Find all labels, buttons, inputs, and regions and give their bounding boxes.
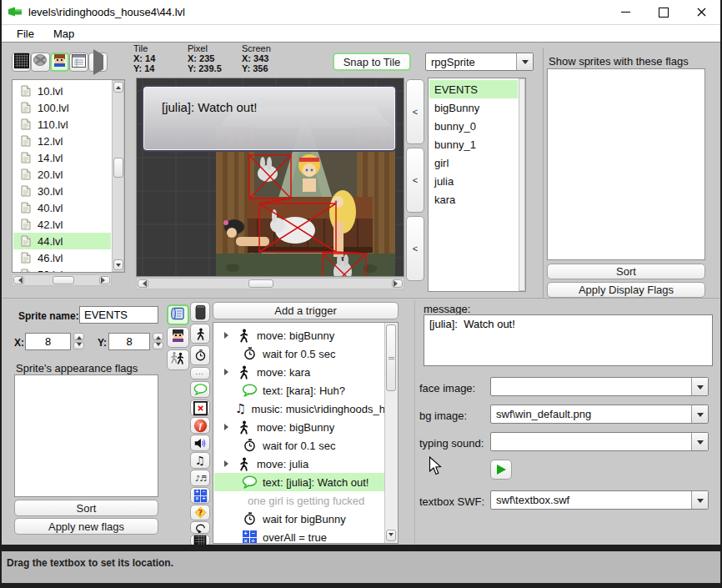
apply-new-flags-button[interactable]: Apply new flags: [14, 518, 158, 535]
move-sprite-left-button-1[interactable]: <: [406, 79, 424, 144]
sprite-list-item[interactable]: bunny_0: [429, 117, 518, 135]
expander-icon[interactable]: [224, 460, 232, 467]
dropdown-arrow-button[interactable]: [516, 53, 533, 70]
clock-button[interactable]: [190, 345, 210, 365]
level-list-item[interactable]: 40.lvl: [13, 199, 111, 216]
dropdown-arrow-button[interactable]: [691, 491, 708, 509]
scroll-thumb[interactable]: [113, 158, 123, 178]
level-list-item[interactable]: 100.lvl: [13, 99, 111, 116]
dropdown-arrow-button[interactable]: [691, 405, 708, 423]
y-increment-button[interactable]: [153, 333, 163, 340]
sprite-list-item[interactable]: kara: [429, 190, 518, 209]
math-button[interactable]: +−×÷: [190, 487, 210, 504]
level-list-item[interactable]: 14.lvl: [13, 149, 111, 166]
dialogue-textbox[interactable]: [julia]: Watch out!: [142, 85, 397, 152]
sprite-type-dropdown[interactable]: rpgSprite: [425, 53, 534, 71]
maximize-button[interactable]: [644, 0, 682, 24]
dropdown-arrow-button[interactable]: [691, 378, 708, 395]
question-button[interactable]: ?: [190, 505, 210, 520]
trigger-row[interactable]: move: kara: [214, 363, 385, 381]
trigger-row[interactable]: one girl is getting fucked: [214, 491, 385, 510]
grid-tool-button[interactable]: [12, 53, 31, 72]
expander-icon[interactable]: [224, 332, 232, 339]
sprite-list-item[interactable]: bunny_1: [429, 135, 518, 153]
trigger-row[interactable]: wait for bigBunny: [214, 510, 385, 528]
walk-button[interactable]: [190, 324, 210, 344]
speaker-button[interactable]: [190, 435, 210, 451]
textbox-swf-dropdown[interactable]: swf\textbox.swf: [490, 490, 709, 510]
door-button[interactable]: [190, 302, 210, 322]
trigger-row[interactable]: +−×÷overAll = true: [214, 528, 385, 544]
play-tool-button[interactable]: [88, 53, 108, 72]
y-coordinate-input[interactable]: [108, 333, 150, 350]
stamp-tool-button[interactable]: [31, 53, 50, 72]
menu-map[interactable]: Map: [48, 27, 79, 41]
move-sprite-left-button-3[interactable]: <: [406, 216, 424, 281]
x-increment-button[interactable]: [73, 333, 84, 340]
typing-sound-dropdown[interactable]: [490, 432, 709, 451]
trigger-list-vscrollbar[interactable]: [384, 323, 398, 543]
scroll-down-button[interactable]: [113, 259, 123, 270]
trigger-row[interactable]: text: [julia]: Watch out!: [214, 473, 385, 491]
appearance-flags-sort-button[interactable]: Sort: [14, 500, 158, 516]
apply-display-flags-button[interactable]: Apply Display Flags: [547, 282, 705, 298]
level-list-item[interactable]: 46.lvl: [13, 249, 111, 266]
trigger-row[interactable]: wait for 0.5 sec: [214, 344, 385, 363]
sprite-list-item[interactable]: julia: [429, 172, 518, 190]
trigger-row[interactable]: wait for 0.1 sec: [214, 436, 385, 455]
display-flags-list[interactable]: [547, 68, 705, 260]
message-textarea[interactable]: [julia]: Watch out!: [424, 314, 713, 366]
scroll-up-button[interactable]: [113, 82, 123, 93]
level-list-vscrollbar[interactable]: [112, 80, 124, 272]
expander-icon[interactable]: [224, 369, 232, 375]
face-image-dropdown[interactable]: [490, 377, 709, 396]
play-sound-button[interactable]: [490, 460, 512, 480]
menu-file[interactable]: File: [12, 27, 39, 41]
level-list-item[interactable]: 50.lvl: [13, 266, 111, 272]
level-list-item[interactable]: 42.lvl: [13, 216, 111, 233]
sprite-list-vscrollbar[interactable]: [519, 78, 525, 291]
dropdown-arrow-button[interactable]: [691, 433, 708, 450]
appearance-flags-list[interactable]: [14, 374, 158, 497]
scroll-right-button[interactable]: [392, 279, 403, 288]
trigger-row[interactable]: move: bigBunny: [214, 326, 385, 344]
display-flags-sort-button[interactable]: Sort: [547, 264, 705, 279]
dots-button[interactable]: ...: [190, 367, 210, 379]
delete-x-button[interactable]: [190, 400, 210, 416]
expander-icon[interactable]: [224, 424, 232, 430]
level-list-item[interactable]: 10.lvl: [13, 83, 111, 99]
list-tool-button[interactable]: [69, 53, 88, 72]
sprite-button[interactable]: [167, 327, 189, 348]
trigger-row[interactable]: move: bigBunny: [214, 418, 385, 436]
trigger-row[interactable]: ♫music: music\ridinghoods_h: [214, 400, 385, 418]
music-note-button[interactable]: ♫: [190, 452, 210, 469]
level-list-item[interactable]: 20.lvl: [13, 166, 111, 183]
move-sprite-left-button-2[interactable]: <: [406, 148, 424, 213]
add-trigger-button[interactable]: Add a trigger: [213, 302, 399, 319]
level-list[interactable]: 10.lvl100.lvl110.lvl12.lvl14.lvl20.lvl30…: [12, 79, 125, 273]
sound-notes-button[interactable]: ♪♬: [190, 470, 210, 486]
sprite-list[interactable]: EVENTSbigBunnybunny_0bunny_1girljuliakar…: [428, 78, 526, 292]
sprite-tool-button[interactable]: [50, 53, 69, 72]
scroll-thumb[interactable]: [386, 324, 396, 391]
close-button[interactable]: [683, 0, 720, 24]
trigger-row[interactable]: text: [kara]: Huh?: [214, 381, 385, 400]
sprite-list-item[interactable]: bigBunny: [429, 98, 518, 117]
y-decrement-button[interactable]: [153, 342, 163, 349]
speech-bubble-button[interactable]: [190, 381, 210, 398]
scroll-down-button[interactable]: [386, 530, 396, 541]
bg-image-dropdown[interactable]: swf\win_default.png: [490, 405, 709, 424]
sprite-list-item[interactable]: EVENTS: [429, 80, 518, 98]
scroll-right-button[interactable]: [99, 276, 110, 284]
level-list-item[interactable]: 44.lvl: [13, 233, 111, 249]
x-coordinate-input[interactable]: [25, 333, 71, 350]
level-list-hscrollbar[interactable]: [12, 274, 112, 286]
sprite-name-input[interactable]: [79, 306, 158, 324]
loop-button[interactable]: [190, 521, 210, 534]
x-decrement-button[interactable]: [73, 342, 84, 349]
level-list-item[interactable]: 30.lvl: [13, 183, 111, 199]
trigger-list[interactable]: move: bigBunnywait for 0.5 secmove: kara…: [213, 322, 399, 544]
scroll-thumb[interactable]: [53, 276, 74, 284]
sprite-list-item[interactable]: girl: [429, 153, 518, 172]
trigger-row[interactable]: move: julia: [214, 455, 385, 473]
